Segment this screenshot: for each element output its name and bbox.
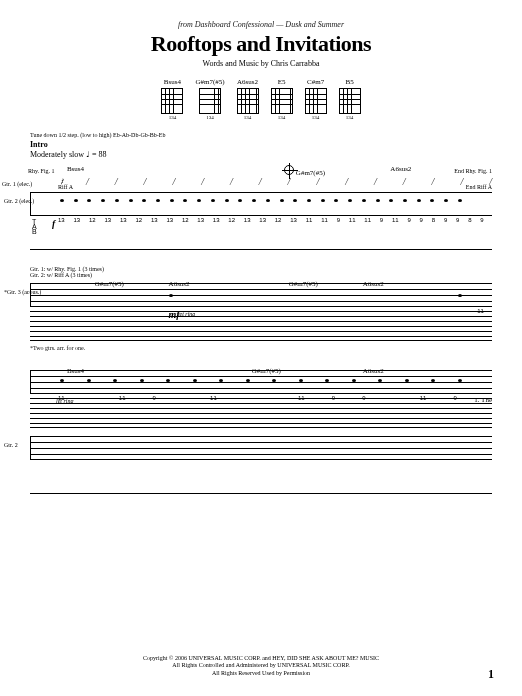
chord-diagram: Bsus4 134 xyxy=(161,78,183,120)
tuning-note: Tune down 1/2 step. (low to high) Eb-Ab-… xyxy=(30,132,492,138)
music-system-3: Bsus4 G#m7(#5) A6sus2 1. The let ring 11… xyxy=(30,367,492,494)
chord-grid xyxy=(271,88,293,114)
tab-staff: 11 xyxy=(30,311,492,341)
intro-label: Intro xyxy=(30,140,492,149)
credit-line: Words and Music by Chris Carrabba xyxy=(30,59,492,68)
end-riff-label: End Riff A xyxy=(466,184,492,190)
song-title: Rooftops and Invitations xyxy=(30,31,492,57)
from-line: from Dashboard Confessional — Dusk and S… xyxy=(30,20,492,29)
tempo-marking: Moderately slow ♩ = 88 xyxy=(30,150,492,159)
music-system-1: Bsus4 G#m7(#5) A6sus2 Rhy. Fig. 1 End Rh… xyxy=(30,165,492,250)
gtr1-label: Gtr. 1 (elec.) xyxy=(2,181,32,187)
copyright-block: Copyright © 2006 UNIVERSAL MUSIC CORP. a… xyxy=(0,655,522,678)
chord-grid xyxy=(199,88,221,114)
chord-grid xyxy=(339,88,361,114)
notation-staff: Riff A End Riff A Gtr. 2 (elec.) f xyxy=(30,192,492,216)
rhy-fig-label: Rhy. Fig. 1 xyxy=(28,168,55,174)
tab-staff xyxy=(30,464,492,494)
page-number: 1 xyxy=(488,667,494,682)
chord-diagram: E5 134 xyxy=(271,78,293,120)
chord-diagram: A6sus2 134 xyxy=(237,78,259,120)
riff-label: Riff A xyxy=(58,184,73,190)
notation-staff: 1. The let ring xyxy=(30,370,492,394)
gtr2-label: Gtr. 2 xyxy=(4,442,18,448)
notation-staff-gtr2: Gtr. 2 xyxy=(30,436,492,460)
gtr-instructions: Gtr. 1: w/ Rhy. Fig. 1 (3 times) Gtr. 2:… xyxy=(30,266,492,278)
chord-grid xyxy=(305,88,327,114)
chord-diagram: B5 134 xyxy=(339,78,361,120)
tab-staff: TAB 131312131312131312131312131312131111… xyxy=(30,220,492,250)
footnote: *Two gtrs. arr. for one. xyxy=(30,345,492,351)
rhythm-slashes: 𝄽/////////////// xyxy=(30,176,492,190)
tab-clef: TAB xyxy=(32,219,37,234)
chord-diagram: C#m7 134 xyxy=(305,78,327,120)
chord-diagram-row: Bsus4 134 G#m7(#5) 134 A6sus2 134 E5 134… xyxy=(30,78,492,120)
notation-staff: *Gtr. 3 (acous.) mf let ring xyxy=(30,283,492,307)
tab-staff: 11119111199119 xyxy=(30,398,492,428)
sheet-header: from Dashboard Confessional — Dusk and S… xyxy=(30,20,492,68)
chord-grid xyxy=(161,88,183,114)
chord-diagram: G#m7(#5) 134 xyxy=(195,78,224,120)
chord-grid xyxy=(237,88,259,114)
end-rhy-fig-label: End Rhy. Fig. 1 xyxy=(454,168,492,174)
music-system-2: Gtr. 1: w/ Rhy. Fig. 1 (3 times) Gtr. 2:… xyxy=(30,266,492,351)
